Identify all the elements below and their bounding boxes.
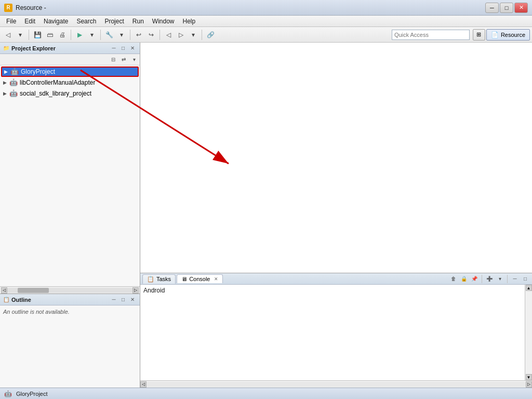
toolbar-run-btn[interactable]: ▶ bbox=[74, 29, 85, 41]
outline-message: An outline is not available. bbox=[3, 309, 70, 315]
glory-project-label: GloryProject bbox=[21, 68, 55, 75]
console-clear-btn[interactable]: 🗑 bbox=[449, 274, 458, 284]
menu-file[interactable]: File bbox=[2, 17, 20, 26]
outline-panel: 📋 Outline ─ □ ✕ An outline is not availa… bbox=[0, 294, 140, 388]
menu-help[interactable]: Help bbox=[179, 17, 200, 26]
toolbar-sep6 bbox=[202, 30, 202, 40]
outline-minimize-btn[interactable]: ─ bbox=[110, 296, 118, 303]
menu-navigate[interactable]: Navigate bbox=[39, 17, 72, 26]
toolbar-dropdown1[interactable]: ▾ bbox=[15, 29, 26, 41]
console-maximize-btn[interactable]: □ bbox=[521, 274, 530, 284]
console-v-scrollbar[interactable]: ▲ ▼ bbox=[525, 285, 532, 380]
console-tab-close[interactable]: ✕ bbox=[214, 276, 218, 282]
right-panel: 📋 Tasks 🖥 Console ✕ 🗑 🔒 📌 ➕ bbox=[140, 43, 532, 388]
close-button[interactable]: ✕ bbox=[514, 3, 528, 13]
toolbar-save-all-btn[interactable]: 🗃 bbox=[44, 29, 56, 41]
bottom-sep1 bbox=[482, 275, 482, 283]
console-scroll-track[interactable] bbox=[147, 382, 526, 387]
tab-tasks[interactable]: 📋 Tasks bbox=[142, 274, 176, 284]
toolbar-sep3 bbox=[100, 30, 101, 40]
perspective-button[interactable]: ⊞ bbox=[473, 29, 485, 41]
menu-search[interactable]: Search bbox=[72, 17, 100, 26]
toolbar-save-btn[interactable]: 💾 bbox=[32, 29, 43, 41]
toolbar-nav-prev[interactable]: ◁ bbox=[163, 29, 174, 41]
bottom-toolbar-right: 🗑 🔒 📌 ➕ ▾ ─ □ bbox=[449, 274, 530, 284]
toolbar-print-btn[interactable]: 🖨 bbox=[57, 29, 68, 41]
tree-item-social[interactable]: ▶ 🤖 social_sdk_library_project bbox=[1, 88, 139, 99]
outline-maximize-btn[interactable]: □ bbox=[119, 296, 127, 303]
toolbar-tool1[interactable]: 🔧 bbox=[103, 29, 115, 41]
resource-perspective-button[interactable]: 📄 Resource bbox=[486, 29, 530, 41]
expand-arrow-social: ▶ bbox=[3, 91, 9, 96]
toolbar-dropdown2[interactable]: ▾ bbox=[116, 29, 127, 41]
console-minimize-btn[interactable]: ─ bbox=[510, 274, 520, 284]
toolbar-dropdown3[interactable]: ▾ bbox=[188, 29, 199, 41]
view-menu-btn[interactable]: ▾ bbox=[129, 55, 139, 64]
console-scroll-lock-btn[interactable]: 🔒 bbox=[459, 274, 469, 284]
console-scroll-right[interactable]: ▷ bbox=[526, 381, 532, 388]
console-text-area[interactable]: Android bbox=[140, 285, 532, 380]
menu-window[interactable]: Window bbox=[148, 17, 179, 26]
console-tab-icon: 🖥 bbox=[181, 276, 187, 282]
outline-header: 📋 Outline ─ □ ✕ bbox=[0, 294, 140, 305]
toolbar-back-btn[interactable]: ◁ bbox=[2, 29, 14, 41]
tab-console[interactable]: 🖥 Console ✕ bbox=[177, 274, 223, 283]
console-pin-btn[interactable]: 📌 bbox=[470, 274, 479, 284]
status-project-name: GloryProject bbox=[16, 391, 48, 397]
console-tab-label: Console bbox=[189, 276, 210, 282]
outline-title: Outline bbox=[11, 297, 110, 303]
scroll-left[interactable]: ◁ bbox=[1, 287, 7, 294]
tasks-tab-label: Tasks bbox=[156, 276, 171, 282]
quick-access-input[interactable] bbox=[392, 30, 470, 40]
expand-arrow-lib: ▶ bbox=[3, 80, 9, 85]
console-h-scrollbar[interactable]: ◁ ▷ bbox=[140, 380, 532, 388]
scroll-track[interactable] bbox=[7, 288, 132, 293]
minimize-button[interactable]: ─ bbox=[485, 3, 499, 13]
console-dropdown[interactable]: ▾ bbox=[495, 274, 504, 284]
outline-content: An outline is not available. bbox=[0, 305, 140, 318]
toolbar-sep2 bbox=[71, 30, 71, 40]
scroll-thumb[interactable] bbox=[18, 288, 49, 293]
explorer-close-btn[interactable]: ✕ bbox=[128, 45, 137, 52]
console-scroll-left[interactable]: ◁ bbox=[140, 381, 147, 388]
bottom-sep2 bbox=[507, 275, 508, 283]
toolbar-nav-next[interactable]: ▷ bbox=[175, 29, 187, 41]
title-bar: R Resource - ─ □ ✕ bbox=[0, 0, 532, 16]
editor-area[interactable] bbox=[140, 43, 532, 273]
tree-item-lib[interactable]: ▶ 🤖 libControllerManualAdapter bbox=[1, 77, 139, 88]
link-editor-btn[interactable]: ⇄ bbox=[119, 55, 128, 64]
status-bar: 🤖 GloryProject bbox=[0, 388, 532, 399]
left-panel: 📁 Project Explorer ─ □ ✕ ⊟ ⇄ ▾ bbox=[0, 43, 140, 388]
v-scroll-down[interactable]: ▼ bbox=[526, 374, 532, 380]
project-explorer-toolbar: ⊟ ⇄ ▾ bbox=[0, 54, 140, 65]
tree-item-glory[interactable]: ▶ 🤖 GloryProject bbox=[1, 66, 139, 77]
menu-edit[interactable]: Edit bbox=[20, 17, 39, 26]
menu-project[interactable]: Project bbox=[100, 17, 128, 26]
toolbar-undo-btn[interactable]: ↩ bbox=[133, 29, 144, 41]
collapse-all-btn[interactable]: ⊟ bbox=[109, 55, 118, 64]
bottom-panel-header: 📋 Tasks 🖥 Console ✕ 🗑 🔒 📌 ➕ bbox=[140, 273, 532, 285]
tasks-tab-icon: 📋 bbox=[147, 276, 154, 283]
outline-icon: 📋 bbox=[3, 297, 9, 302]
explorer-maximize-btn[interactable]: □ bbox=[119, 45, 127, 52]
toolbar-link-btn[interactable]: 🔗 bbox=[205, 29, 216, 41]
bottom-panel: 📋 Tasks 🖥 Console ✕ 🗑 🔒 📌 ➕ bbox=[140, 273, 532, 388]
maximize-button[interactable]: □ bbox=[500, 3, 513, 13]
scroll-right[interactable]: ▷ bbox=[132, 287, 139, 294]
menu-bar: File Edit Navigate Search Project Run Wi… bbox=[0, 16, 532, 27]
project-explorer-title: Project Explorer bbox=[11, 45, 110, 51]
explorer-minimize-btn[interactable]: ─ bbox=[110, 45, 118, 52]
console-area: Android ▲ ▼ bbox=[140, 285, 532, 380]
menu-run[interactable]: Run bbox=[128, 17, 148, 26]
glory-project-icon: 🤖 bbox=[10, 68, 19, 76]
console-new-btn[interactable]: ➕ bbox=[485, 274, 494, 284]
lib-project-label: libControllerManualAdapter bbox=[20, 79, 95, 86]
v-scroll-up[interactable]: ▲ bbox=[526, 285, 532, 291]
lib-project-icon: 🤖 bbox=[9, 78, 18, 87]
toolbar-redo-btn[interactable]: ↪ bbox=[145, 29, 157, 41]
explorer-h-scrollbar[interactable]: ◁ ▷ bbox=[0, 286, 140, 294]
toolbar-run-dropdown[interactable]: ▾ bbox=[86, 29, 98, 41]
project-explorer-header: 📁 Project Explorer ─ □ ✕ bbox=[0, 43, 140, 54]
expand-arrow-glory: ▶ bbox=[4, 69, 10, 74]
outline-close-btn[interactable]: ✕ bbox=[128, 296, 137, 303]
